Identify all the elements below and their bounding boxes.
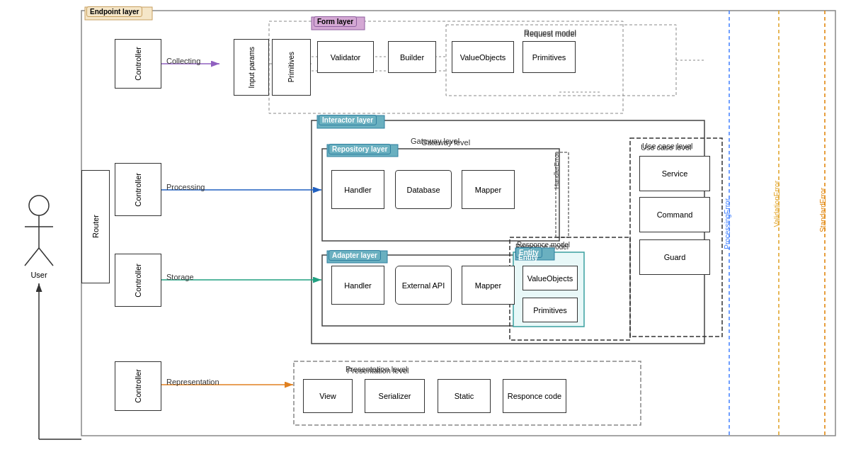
diagram-container: Gateway level Use case level Responce mo… <box>0 0 868 452</box>
processing-error-label: ProcessingError <box>724 198 731 251</box>
valueobjects-entity-box: ValueObjects <box>522 266 578 290</box>
primitives-form-box: Primitives <box>272 39 311 96</box>
static-box: Static <box>438 379 491 413</box>
request-model-label: Request model <box>524 28 576 37</box>
usecase-level-label: Use case level <box>642 142 693 150</box>
controller3-box: Controller <box>115 254 161 307</box>
endpoint-layer-label: Endpoint layer <box>86 6 142 17</box>
entity-text: Entity <box>518 254 538 261</box>
svg-line-25 <box>25 248 39 266</box>
primitives-req-box: Primitives <box>522 41 576 73</box>
view-box: View <box>303 379 353 413</box>
responce-code-box: Responce code <box>503 379 566 413</box>
validation-error-label: ValidationError <box>773 181 781 228</box>
storage-label: Storage <box>166 273 194 281</box>
mapper-repo-box: Mapper <box>462 170 515 209</box>
controller2-box: Controller <box>115 163 161 216</box>
processing-label: Processing <box>166 183 205 191</box>
valueobjects-req-box: ValueObjects <box>452 41 514 73</box>
user-label: User <box>21 268 57 282</box>
handler-adapter-box: Handler <box>331 266 384 305</box>
presentation-level-label: Presentation level <box>346 365 407 373</box>
interactor-layer-label: Interactor layer <box>319 115 377 125</box>
builder-box: Builder <box>388 41 436 73</box>
standard-error-label: StandardError <box>819 188 827 234</box>
handler-error-label: HandlerError <box>553 152 566 237</box>
service-box: Service <box>639 156 710 191</box>
handler-repo-box: Handler <box>331 170 384 209</box>
database-box: Database <box>395 170 452 209</box>
repository-layer-label: Repository layer <box>329 144 391 154</box>
external-api-box: External API <box>395 266 452 305</box>
controller4-box: Controller <box>115 361 161 411</box>
validator-box: Validator <box>317 41 374 73</box>
adapter-layer-label: Adapter layer <box>329 250 381 261</box>
svg-line-26 <box>39 248 53 266</box>
primitives-entity-box: Primitives <box>522 298 578 322</box>
command-box: Command <box>639 197 710 232</box>
representation-label: Representation <box>166 378 219 386</box>
form-layer-label: Form layer <box>314 16 357 27</box>
input-params-box: Input params <box>234 39 269 96</box>
guard-box: Guard <box>639 239 710 275</box>
responce-model-label: Responce model <box>517 241 570 249</box>
collecting-label: Collecting <box>166 57 200 65</box>
mapper-adapter-box: Mapper <box>462 266 515 305</box>
controller1-box: Controller <box>115 39 161 89</box>
svg-rect-0 <box>81 11 835 436</box>
svg-point-22 <box>29 196 49 215</box>
serializer-box: Serializer <box>365 379 425 413</box>
router-box: Router <box>81 170 110 283</box>
gateway-level-label: Gateway level <box>411 137 459 145</box>
